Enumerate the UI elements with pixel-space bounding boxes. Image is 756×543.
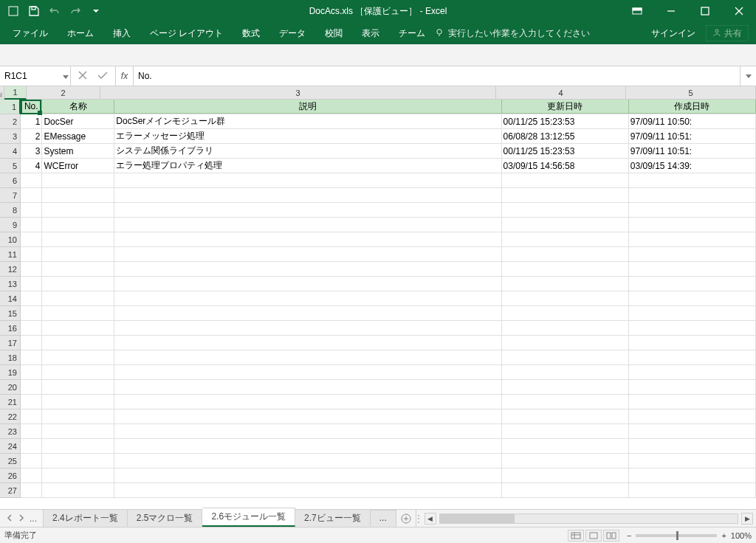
data-cell[interactable]	[629, 277, 756, 291]
data-cell[interactable]	[42, 350, 114, 364]
new-sheet-button[interactable]	[396, 510, 416, 527]
tell-me[interactable]: 実行したい作業を入力してください	[435, 27, 590, 40]
row-header[interactable]: 26	[0, 468, 21, 483]
data-cell[interactable]	[42, 468, 114, 483]
data-cell[interactable]: DocSer	[42, 114, 114, 128]
data-cell[interactable]	[502, 262, 629, 276]
formula-input[interactable]	[134, 66, 740, 86]
data-cell[interactable]	[629, 454, 756, 468]
data-cell[interactable]: 1	[21, 114, 42, 128]
ribbon-tab[interactable]: 表示	[352, 22, 389, 44]
row-header[interactable]: 27	[0, 483, 21, 498]
row-header[interactable]: 6	[0, 173, 21, 188]
data-cell[interactable]	[21, 277, 42, 291]
data-cell[interactable]	[502, 203, 629, 217]
data-cell[interactable]	[114, 262, 501, 276]
data-cell[interactable]	[42, 291, 114, 305]
data-cell[interactable]	[21, 468, 42, 483]
minimize-button[interactable]	[654, 0, 688, 22]
data-cell[interactable]	[42, 218, 114, 232]
save-icon[interactable]	[25, 2, 43, 20]
cells-area[interactable]: No.名称説明更新日時作成日時1DocSerDocSerメインモジュール群00/…	[21, 100, 756, 509]
data-cell[interactable]	[502, 232, 629, 246]
data-cell[interactable]	[42, 454, 114, 468]
formula-expand-icon[interactable]	[740, 66, 756, 86]
column-title-cell[interactable]: 説明	[114, 100, 501, 114]
normal-view-icon[interactable]	[568, 530, 584, 542]
ribbon-tab[interactable]: ファイル	[3, 22, 58, 44]
data-cell[interactable]	[42, 424, 114, 438]
column-header[interactable]: 5	[626, 86, 756, 100]
data-cell[interactable]	[629, 424, 756, 438]
row-header[interactable]: 19	[0, 365, 21, 380]
data-cell[interactable]	[629, 262, 756, 276]
data-cell[interactable]	[42, 203, 114, 217]
data-cell[interactable]: 4	[21, 159, 42, 173]
data-cell[interactable]	[502, 350, 629, 364]
row-header[interactable]: 10	[0, 232, 21, 247]
data-cell[interactable]	[21, 336, 42, 350]
ribbon-tab[interactable]: 校閲	[315, 22, 352, 44]
data-cell[interactable]	[629, 247, 756, 261]
ribbon-tab[interactable]: 数式	[233, 22, 269, 44]
data-cell[interactable]	[629, 218, 756, 232]
data-cell[interactable]	[114, 188, 501, 202]
data-cell[interactable]	[629, 380, 756, 394]
data-cell[interactable]	[502, 336, 629, 350]
data-cell[interactable]	[114, 454, 501, 468]
column-header[interactable]: 3	[100, 86, 496, 100]
sheet-tab[interactable]: 2.4レポート一覧	[44, 509, 128, 527]
select-all-corner[interactable]	[0, 86, 4, 100]
data-cell[interactable]	[502, 454, 629, 468]
data-cell[interactable]	[21, 218, 42, 232]
data-cell[interactable]	[42, 483, 114, 497]
data-cell[interactable]	[21, 454, 42, 468]
sheet-next-ellipsis[interactable]: ...	[371, 510, 396, 527]
data-cell[interactable]	[114, 232, 501, 246]
scroll-thumb[interactable]	[440, 514, 515, 523]
name-box-dropdown-icon[interactable]	[63, 71, 69, 81]
row-header[interactable]: 21	[0, 395, 21, 409]
data-cell[interactable]	[42, 380, 114, 394]
data-cell[interactable]: System	[42, 144, 114, 158]
data-cell[interactable]	[114, 218, 501, 232]
data-cell[interactable]	[21, 439, 42, 453]
data-cell[interactable]	[21, 365, 42, 379]
data-cell[interactable]	[42, 409, 114, 423]
page-layout-view-icon[interactable]	[585, 530, 602, 542]
page-break-view-icon[interactable]	[603, 530, 619, 542]
horizontal-scrollbar[interactable]: ◀ ▶	[422, 510, 756, 527]
ribbon-tab[interactable]: チーム	[389, 22, 435, 44]
data-cell[interactable]	[502, 173, 629, 187]
column-title-cell[interactable]: No.	[21, 100, 42, 114]
data-cell[interactable]	[114, 439, 501, 453]
close-button[interactable]	[722, 0, 756, 22]
data-cell[interactable]	[42, 306, 114, 320]
data-cell[interactable]	[502, 483, 629, 497]
sheet-tab[interactable]: 2.6モジュール一覧	[202, 508, 295, 527]
data-cell[interactable]: 2	[21, 129, 42, 143]
data-cell[interactable]: 03/09/15 14:56:58	[502, 159, 629, 173]
name-box[interactable]: R1C1	[0, 66, 71, 86]
data-cell[interactable]: 06/08/28 13:12:55	[502, 129, 629, 143]
data-cell[interactable]	[114, 365, 501, 379]
data-cell[interactable]	[21, 350, 42, 364]
scroll-right-icon[interactable]: ▶	[741, 513, 753, 525]
data-cell[interactable]	[114, 424, 501, 438]
data-cell[interactable]: システム関係ライブラリ	[114, 144, 501, 158]
enter-icon[interactable]	[97, 71, 108, 82]
row-header[interactable]: 15	[0, 306, 21, 321]
row-header[interactable]: 9	[0, 218, 21, 232]
data-cell[interactable]	[21, 247, 42, 261]
data-cell[interactable]	[629, 483, 756, 497]
data-cell[interactable]	[629, 203, 756, 217]
data-cell[interactable]: 00/11/25 15:23:53	[502, 144, 629, 158]
data-cell[interactable]	[21, 483, 42, 497]
data-cell[interactable]	[114, 291, 501, 305]
data-cell[interactable]	[21, 173, 42, 187]
data-cell[interactable]	[629, 321, 756, 335]
row-header[interactable]: 17	[0, 336, 21, 350]
data-cell[interactable]	[629, 439, 756, 453]
data-cell[interactable]	[629, 395, 756, 409]
data-cell[interactable]	[114, 336, 501, 350]
